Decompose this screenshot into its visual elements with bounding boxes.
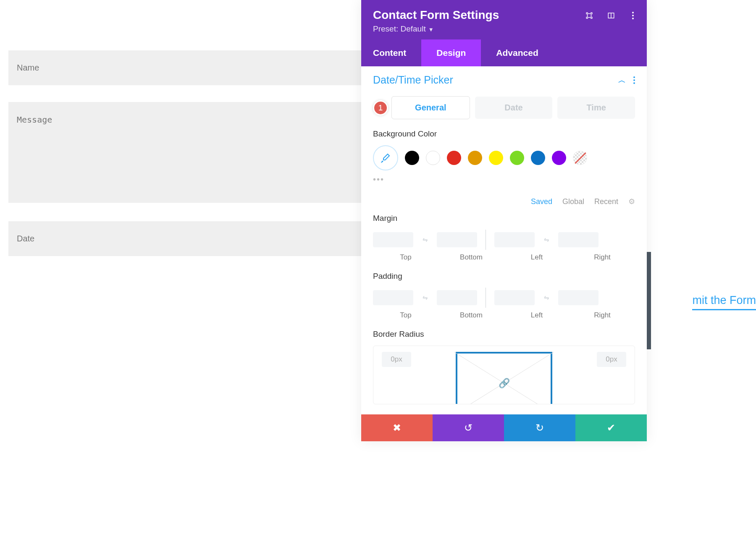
margin-side-label: Right — [570, 253, 635, 262]
bg-color-label: Background Color — [373, 129, 635, 139]
margin-side-label: Top — [373, 253, 438, 262]
padding-top-input[interactable] — [373, 290, 413, 305]
padding-link-horz-icon[interactable]: ⇋ — [541, 294, 552, 301]
cancel-button[interactable]: ✖ — [361, 414, 433, 441]
subtab-date[interactable]: Date — [475, 97, 553, 119]
palette-tab-recent[interactable]: Recent — [594, 197, 618, 206]
collapse-icon[interactable]: ︿ — [618, 75, 626, 85]
padding-label: Padding — [373, 272, 635, 281]
margin-side-label: Bottom — [438, 253, 504, 262]
padding-link-vert-icon[interactable]: ⇋ — [419, 294, 431, 301]
tab-design[interactable]: Design — [421, 39, 481, 66]
section-more-icon[interactable] — [633, 76, 635, 84]
swatch-white[interactable] — [426, 151, 440, 165]
margin-right-input[interactable] — [558, 232, 598, 247]
save-button[interactable]: ✔ — [575, 414, 647, 441]
panel-footer: ✖ ↺ ↻ ✔ — [361, 414, 647, 441]
swatch-purple[interactable] — [552, 151, 566, 165]
padding-right-input[interactable] — [558, 290, 598, 305]
tab-advanced[interactable]: Advanced — [481, 39, 553, 66]
svg-rect-0 — [588, 14, 591, 18]
palette-more-icon[interactable]: ••• — [373, 175, 635, 184]
margin-side-label: Left — [504, 253, 570, 262]
margin-bottom-input[interactable] — [437, 232, 477, 247]
scrollbar[interactable] — [647, 252, 651, 349]
border-radius-control: 🔗 — [373, 346, 635, 404]
step-marker: 1 — [373, 100, 388, 115]
swatch-yellow[interactable] — [489, 151, 503, 165]
margin-link-vert-icon[interactable]: ⇋ — [419, 236, 431, 244]
swatch-green[interactable] — [510, 151, 524, 165]
settings-panel: Contact Form Settings Preset: Default▼ C… — [361, 0, 647, 441]
expand-icon[interactable] — [585, 11, 594, 20]
margin-top-input[interactable] — [373, 232, 413, 247]
padding-left-input[interactable] — [494, 290, 535, 305]
section-title[interactable]: Date/Time Picker — [373, 74, 453, 86]
panel-header: Contact Form Settings Preset: Default▼ — [361, 0, 647, 39]
main-tabs: Content Design Advanced — [361, 39, 647, 66]
padding-side-label: Left — [504, 311, 570, 320]
tab-content[interactable]: Content — [361, 39, 421, 66]
preset-selector[interactable]: Preset: Default▼ — [373, 24, 635, 34]
subtab-general[interactable]: General — [391, 96, 470, 119]
redo-button[interactable]: ↻ — [504, 414, 575, 441]
swatch-transparent[interactable] — [573, 151, 587, 165]
padding-side-label: Bottom — [438, 311, 504, 320]
radius-tr-input[interactable] — [597, 352, 626, 367]
radius-tl-input[interactable] — [382, 352, 411, 367]
subtab-time[interactable]: Time — [557, 97, 635, 119]
undo-button[interactable]: ↺ — [433, 414, 504, 441]
split-view-icon[interactable] — [606, 11, 616, 20]
swatch-orange[interactable] — [468, 151, 482, 165]
swatch-black[interactable] — [405, 151, 419, 165]
more-menu-icon[interactable] — [628, 11, 638, 20]
padding-side-label: Top — [373, 311, 438, 320]
palette-settings-icon[interactable]: ⚙ — [628, 197, 635, 206]
swatch-red[interactable] — [447, 151, 461, 165]
submit-button[interactable]: mit the Form — [692, 294, 756, 310]
margin-left-input[interactable] — [494, 232, 535, 247]
palette-tab-global[interactable]: Global — [562, 197, 584, 206]
border-radius-label: Border Radius — [373, 330, 635, 339]
palette-tab-saved[interactable]: Saved — [531, 197, 552, 206]
padding-side-label: Right — [570, 311, 635, 320]
padding-bottom-input[interactable] — [437, 290, 477, 305]
color-picker-button[interactable] — [373, 145, 398, 170]
margin-link-horz-icon[interactable]: ⇋ — [541, 236, 552, 244]
swatch-blue[interactable] — [531, 151, 545, 165]
radius-link-icon[interactable]: 🔗 — [499, 378, 510, 389]
margin-label: Margin — [373, 214, 635, 223]
